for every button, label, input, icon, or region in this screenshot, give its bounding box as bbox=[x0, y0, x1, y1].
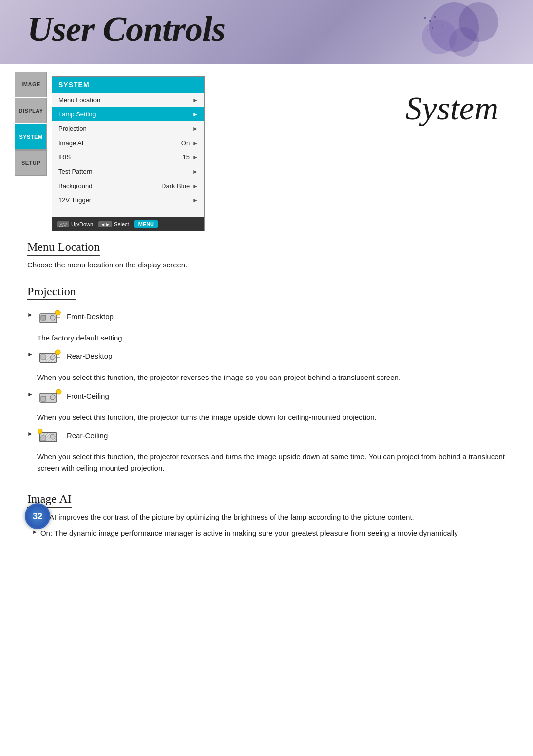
doc-content: Menu Location Choose the menu location o… bbox=[0, 231, 533, 539]
svg-point-22 bbox=[50, 355, 55, 360]
sidebar-item-image[interactable]: IMAGE bbox=[15, 72, 47, 97]
front-ceiling-desc: When you select this function, the proje… bbox=[27, 412, 506, 423]
image-ai-text: Image AI improves the contrast of the pi… bbox=[27, 512, 506, 523]
menu-area: IMAGE DISPLAY SYSTEM SETUP SYSTEM Menu L… bbox=[0, 64, 533, 231]
svg-point-34 bbox=[38, 429, 42, 434]
arrow-icon: ► bbox=[192, 183, 198, 189]
menu-nav: △▽ Up/Down ◄► Select MENU bbox=[52, 217, 204, 231]
sidebar-item-setup[interactable]: SETUP bbox=[15, 150, 47, 176]
menu-item-background[interactable]: Background Dark Blue ► bbox=[52, 179, 204, 193]
svg-rect-32 bbox=[41, 436, 46, 441]
arrow-icon: ► bbox=[192, 125, 198, 132]
svg-rect-8 bbox=[442, 25, 443, 26]
rear-desktop-desc: When you select this function, the proje… bbox=[27, 372, 506, 383]
image-ai-on-item: ► On: The dynamic image performance mana… bbox=[27, 528, 506, 539]
menu-location-heading: Menu Location bbox=[27, 240, 100, 256]
page-title: User Controls bbox=[27, 9, 225, 50]
sidebar-item-system[interactable]: SYSTEM bbox=[15, 124, 47, 150]
rear-desktop-icon bbox=[38, 349, 62, 366]
sidebar-item-display[interactable]: DISPLAY bbox=[15, 98, 47, 123]
svg-point-24 bbox=[55, 350, 60, 355]
bullet-arrow-icon: ► bbox=[32, 529, 38, 535]
select-icon: ◄► bbox=[98, 221, 112, 227]
projection-heading: Projection bbox=[27, 285, 76, 300]
nav-updown: △▽ Up/Down bbox=[57, 221, 93, 227]
svg-point-12 bbox=[50, 315, 55, 320]
bullet-arrow-icon: ► bbox=[27, 391, 33, 398]
menu-spacer bbox=[52, 207, 204, 217]
menu-item-image-ai[interactable]: Image AI On ► bbox=[52, 136, 204, 150]
front-desktop-icon bbox=[38, 310, 62, 327]
arrow-icon: ► bbox=[192, 197, 198, 204]
svg-rect-11 bbox=[41, 315, 46, 320]
menu-panel: SYSTEM Menu Location ► Lamp Setting ► Pr… bbox=[52, 76, 205, 231]
updown-icon: △▽ bbox=[57, 221, 69, 227]
page-number-badge: 32 bbox=[25, 503, 50, 529]
header-decoration bbox=[355, 2, 503, 62]
projection-item-rear-desktop: ► bbox=[27, 349, 506, 366]
menu-item-menu-location[interactable]: Menu Location ► bbox=[52, 93, 204, 107]
svg-rect-7 bbox=[432, 27, 433, 29]
projection-item-rear-ceiling: ► Rear-Ceiling bbox=[27, 429, 506, 446]
image-ai-on-text: On: The dynamic image performance manage… bbox=[40, 528, 458, 539]
system-heading: System bbox=[405, 89, 503, 128]
menu-header: SYSTEM bbox=[52, 77, 204, 93]
menu-location-section: Menu Location Choose the menu location o… bbox=[27, 231, 506, 271]
arrow-icon: ► bbox=[192, 140, 198, 147]
svg-point-27 bbox=[50, 395, 55, 400]
svg-rect-5 bbox=[429, 20, 431, 22]
content-wrapper: IMAGE DISPLAY SYSTEM SETUP SYSTEM Menu L… bbox=[0, 64, 533, 539]
svg-rect-21 bbox=[41, 355, 46, 360]
front-desktop-desc: The factory default setting. bbox=[27, 333, 506, 344]
projection-item-front-ceiling: ► Front-Ceiling bbox=[27, 389, 506, 406]
rear-ceiling-icon bbox=[38, 429, 62, 446]
arrow-icon: ► bbox=[192, 111, 198, 118]
svg-point-33 bbox=[50, 434, 55, 439]
image-ai-section: Image AI Image AI improves the contrast … bbox=[27, 484, 506, 539]
svg-rect-9 bbox=[427, 30, 428, 31]
svg-line-16 bbox=[59, 311, 60, 311]
bullet-arrow-icon: ► bbox=[27, 311, 33, 319]
arrow-icon: ► bbox=[192, 154, 198, 161]
sidebar-tabs: IMAGE DISPLAY SYSTEM SETUP bbox=[15, 72, 47, 231]
svg-point-28 bbox=[56, 389, 61, 394]
projection-section: Projection ► bbox=[27, 276, 506, 474]
menu-item-iris[interactable]: IRIS 15 ► bbox=[52, 150, 204, 164]
menu-item-12v-trigger[interactable]: 12V Trigger ► bbox=[52, 193, 204, 207]
rear-ceiling-desc: When you select this function, the proje… bbox=[27, 452, 506, 474]
svg-point-3 bbox=[449, 27, 479, 57]
front-ceiling-icon bbox=[38, 389, 62, 406]
nav-select: ◄► Select bbox=[98, 221, 129, 227]
arrow-icon: ► bbox=[192, 168, 198, 175]
svg-rect-6 bbox=[434, 16, 436, 18]
bullet-arrow-icon: ► bbox=[27, 430, 33, 438]
menu-items: Menu Location ► Lamp Setting ► Projectio… bbox=[52, 93, 204, 217]
menu-item-projection[interactable]: Projection ► bbox=[52, 121, 204, 136]
svg-rect-4 bbox=[424, 17, 426, 19]
menu-location-text: Choose the menu location on the display … bbox=[27, 260, 506, 271]
header: User Controls bbox=[0, 0, 533, 64]
menu-item-test-pattern[interactable]: Test Pattern ► bbox=[52, 164, 204, 179]
projection-item-front-desktop: ► Front-Desktop bbox=[27, 310, 506, 327]
svg-rect-26 bbox=[41, 396, 46, 401]
menu-item-lamp-setting[interactable]: Lamp Setting ► bbox=[52, 107, 204, 121]
menu-button[interactable]: MENU bbox=[134, 220, 158, 228]
bullet-arrow-icon: ► bbox=[27, 351, 33, 358]
arrow-icon: ► bbox=[192, 97, 198, 104]
